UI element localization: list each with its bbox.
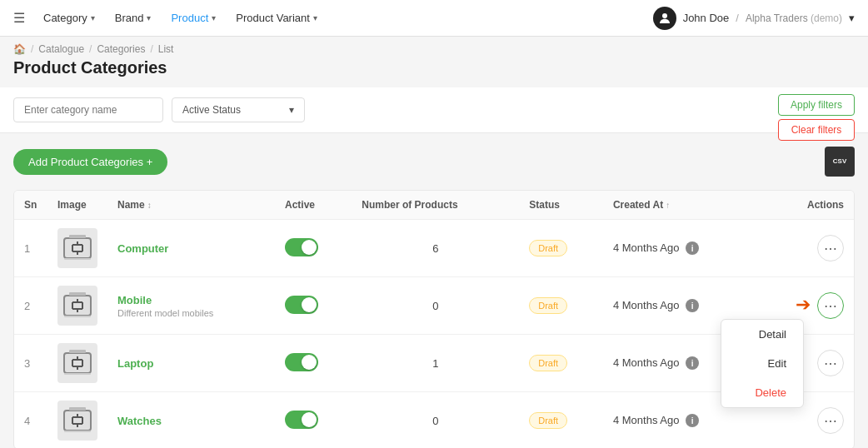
svg-rect-11 xyxy=(69,292,86,296)
info-icon[interactable]: i xyxy=(686,299,699,312)
cell-status: Draft xyxy=(519,392,603,449)
top-navigation: ☰ Category ▾ Brand ▾ Product ▾ Product V… xyxy=(0,0,868,37)
cell-active xyxy=(275,220,352,277)
cell-num-products: 0 xyxy=(352,392,519,449)
cell-num-products: 0 xyxy=(352,277,519,335)
active-toggle[interactable] xyxy=(285,411,318,429)
user-company: Alpha Traders (demo) xyxy=(746,12,842,24)
product-image xyxy=(57,228,97,268)
more-actions-button[interactable]: ⋯ xyxy=(817,407,844,434)
user-menu[interactable]: John Doe / Alpha Traders (demo) ▾ xyxy=(653,7,855,30)
cell-name: Watches xyxy=(107,392,275,449)
csv-export-button[interactable]: CSV xyxy=(825,147,855,177)
info-icon[interactable]: i xyxy=(686,414,699,427)
cell-name: Computer xyxy=(107,220,275,277)
table-row: 2 Mobile Different model mobiles xyxy=(14,277,854,335)
chevron-down-icon: ▾ xyxy=(147,13,151,22)
page-title: Product Categories xyxy=(0,58,868,87)
info-icon[interactable]: i xyxy=(686,241,699,255)
th-created-at[interactable]: Created At ↑ xyxy=(603,191,756,220)
hamburger-menu-icon[interactable]: ☰ xyxy=(13,10,25,26)
th-status: Status xyxy=(519,191,603,220)
chevron-down-icon: ▾ xyxy=(313,13,317,22)
cell-num-products: 1 xyxy=(352,335,519,392)
cell-sn: 1 xyxy=(14,220,47,277)
active-toggle[interactable] xyxy=(285,238,318,256)
filter-buttons: Apply filters Clear filters xyxy=(778,94,855,141)
svg-rect-12 xyxy=(64,316,91,317)
product-image xyxy=(57,343,97,383)
cell-sn: 3 xyxy=(14,335,47,392)
svg-rect-1 xyxy=(64,238,91,258)
filter-bar: Active Status ▾ Apply filters Clear filt… xyxy=(0,87,868,133)
status-badge: Draft xyxy=(529,297,567,314)
nav-item-brand[interactable]: Brand ▾ xyxy=(107,7,160,29)
cell-sn: 2 xyxy=(14,277,47,335)
th-num-products: Number of Products xyxy=(352,191,519,220)
nav-item-category[interactable]: Category ▾ xyxy=(35,7,103,29)
svg-rect-29 xyxy=(69,407,86,411)
product-categories-table: Sn Image Name ↕ Active Number of Product… xyxy=(13,190,855,448)
cell-name: Laptop xyxy=(107,335,275,392)
cell-image xyxy=(47,335,107,392)
user-name: John Doe xyxy=(683,12,730,24)
active-toggle[interactable] xyxy=(285,353,318,371)
active-toggle[interactable] xyxy=(285,296,318,314)
cell-image xyxy=(47,220,107,277)
cell-actions: ➔ ⋯ Detail Edit Delete xyxy=(756,277,854,335)
th-actions: Actions xyxy=(756,191,854,220)
cell-active xyxy=(275,392,352,449)
add-product-categories-button[interactable]: Add Product Categories + xyxy=(13,149,167,175)
svg-rect-3 xyxy=(64,258,91,260)
info-icon[interactable]: i xyxy=(686,356,699,370)
cell-name: Mobile Different model mobiles xyxy=(107,277,275,335)
apply-filters-button[interactable]: Apply filters xyxy=(778,94,855,116)
svg-rect-30 xyxy=(64,431,91,432)
actions-dropdown-menu: Detail Edit Delete xyxy=(721,319,804,408)
sort-asc-icon: ↑ xyxy=(666,201,670,210)
cell-active xyxy=(275,335,352,392)
edit-menu-item[interactable]: Edit xyxy=(721,349,803,378)
product-image xyxy=(57,286,97,326)
breadcrumb-categories[interactable]: Categories xyxy=(97,43,145,55)
home-icon[interactable]: 🏠 xyxy=(13,43,26,55)
svg-rect-21 xyxy=(64,373,91,375)
detail-menu-item[interactable]: Detail xyxy=(721,320,803,349)
th-name[interactable]: Name ↕ xyxy=(107,191,275,220)
more-actions-button[interactable]: ⋯ xyxy=(817,350,844,376)
chevron-down-icon: ▾ xyxy=(289,104,294,116)
delete-menu-item[interactable]: Delete xyxy=(721,378,803,407)
cell-active xyxy=(275,277,352,335)
breadcrumb: 🏠 / Catalogue / Categories / List xyxy=(0,37,868,58)
cell-status: Draft xyxy=(519,277,603,335)
more-actions-button[interactable]: ⋯ xyxy=(817,235,844,261)
chevron-down-icon: ▾ xyxy=(91,13,95,22)
breadcrumb-catalogue[interactable]: Catalogue xyxy=(38,43,84,55)
cell-actions: ⋯ xyxy=(756,220,854,277)
content-area: Add Product Categories + CSV Sn Image Na… xyxy=(0,133,868,448)
clear-filters-button[interactable]: Clear filters xyxy=(778,119,855,141)
nav-item-product-variant[interactable]: Product Variant ▾ xyxy=(227,7,326,29)
svg-rect-10 xyxy=(64,296,91,316)
chevron-down-icon: ▾ xyxy=(212,13,216,22)
nav-item-product[interactable]: Product ▾ xyxy=(162,7,224,29)
table-row: 1 Computer xyxy=(14,220,854,277)
status-badge: Draft xyxy=(529,240,567,256)
breadcrumb-list: List xyxy=(158,43,174,55)
svg-point-0 xyxy=(662,13,667,18)
active-status-select[interactable]: Active Status ▾ xyxy=(172,97,305,122)
cell-image xyxy=(47,392,107,449)
user-logo-icon xyxy=(653,7,676,30)
cell-status: Draft xyxy=(519,335,603,392)
more-actions-button[interactable]: ⋯ xyxy=(817,292,844,319)
product-image xyxy=(57,401,97,441)
svg-rect-19 xyxy=(64,353,91,373)
th-active: Active xyxy=(275,191,352,220)
th-image: Image xyxy=(47,191,107,220)
cell-image xyxy=(47,277,107,335)
category-name-input[interactable] xyxy=(13,97,163,122)
chevron-down-icon: ▾ xyxy=(849,12,855,24)
cell-created-at: 4 Months Ago i xyxy=(603,220,756,277)
cell-num-products: 6 xyxy=(352,220,519,277)
status-badge: Draft xyxy=(529,412,567,429)
